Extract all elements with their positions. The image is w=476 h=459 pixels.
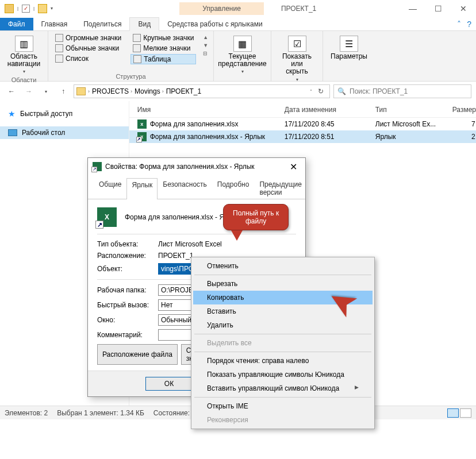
view-large-icon[interactable] [460, 408, 471, 418]
recent-dropdown[interactable]: ▾ [39, 84, 53, 98]
ctx-reconversion: Реконверсия [193, 413, 373, 427]
tab-home[interactable]: Главная [33, 18, 76, 30]
callout-text: Полный путь к [233, 209, 279, 217]
up-button[interactable]: ↑ [56, 84, 70, 98]
nav-desktop[interactable]: Рабочий стол [0, 126, 129, 139]
window-title: ПРОЕКТ_1 [281, 5, 316, 13]
layout-small[interactable]: Мелкие значки [130, 44, 196, 53]
label-hotkey: Быстрый вызов: [97, 301, 158, 309]
col-header-name[interactable]: Имя [129, 106, 285, 114]
status-count: Элементов: 2 [5, 409, 48, 417]
qat-divider: | [17, 6, 18, 11]
crumb-movings[interactable]: Movings [135, 87, 160, 95]
group-label-areas: Области [5, 76, 43, 84]
label-location: Расположение: [97, 252, 158, 260]
close-button[interactable]: ✕ [451, 0, 476, 17]
show-hide-button[interactable]: ☑ Показать или скрыть ▾ [276, 33, 318, 84]
ctx-insert-unicode[interactable]: Вставить управляющий символ Юникода▶ [193, 381, 373, 395]
annotation-callout: Полный путь к файлу [223, 204, 289, 241]
refresh-button[interactable]: ↻ [314, 87, 327, 95]
help-icon[interactable]: ? [467, 20, 471, 29]
search-box[interactable]: 🔍 Поиск: ПРОЕКТ_1 [333, 84, 471, 98]
layout-details[interactable]: Таблица [130, 54, 196, 64]
layout-expand[interactable]: ⊟ [203, 51, 208, 56]
tab-share[interactable]: Поделиться [75, 18, 129, 30]
qat-newfolder-icon[interactable] [38, 4, 47, 13]
shortcut-icon: x [137, 132, 147, 141]
tab-general[interactable]: Общие [94, 178, 126, 199]
file-row[interactable]: xФорма для заполнения.xlsx 17/11/2020 8:… [129, 118, 476, 130]
dialog-titlebar: Свойства: Форма для заполнения.xlsx - Яр… [88, 158, 305, 175]
maximize-button[interactable]: ☐ [425, 0, 451, 17]
excel-icon: x [137, 119, 147, 129]
label-type: Тип объекта: [97, 240, 158, 248]
options-button[interactable]: ☰ Параметры [328, 33, 370, 63]
tab-details[interactable]: Подробно [212, 178, 255, 199]
tab-view[interactable]: Вид [129, 17, 159, 31]
ribbon: ▥ Область навигации ▾ Области Огромные з… [0, 31, 476, 82]
explorer-icon [5, 4, 14, 13]
forward-button[interactable]: → [22, 84, 36, 98]
qat-divider: | [33, 6, 34, 11]
current-view-button[interactable]: ▦ Текущее представление ▾ [218, 33, 266, 76]
minimize-button[interactable]: — [400, 0, 425, 17]
file-row[interactable]: xФорма для заполнения.xlsx - Ярлык 17/11… [129, 130, 476, 143]
tab-shortcut-tools[interactable]: Средства работы с ярлыками [159, 18, 270, 30]
ctx-select-all: Выделить все [193, 336, 373, 350]
shortcut-large-icon: X [97, 207, 117, 227]
ok-button[interactable]: ОК [145, 377, 193, 391]
ctx-show-unicode[interactable]: Показать управляющие символы Юникода [193, 368, 373, 381]
status-selection: Выбран 1 элемент: 1.34 КБ [57, 409, 144, 417]
open-file-location-button[interactable]: Расположение файла [97, 344, 178, 365]
search-placeholder: Поиск: ПРОЕКТ_1 [350, 87, 408, 95]
qat-dropdown-icon[interactable]: ▾ [51, 6, 53, 11]
col-header-type[interactable]: Тип [375, 106, 452, 114]
tab-file[interactable]: Файл [0, 18, 33, 30]
ribbon-tabs: Файл Главная Поделиться Вид Средства раб… [0, 17, 476, 31]
layout-medium[interactable]: Обычные значки [53, 44, 124, 53]
layout-scroll-up[interactable]: ▲ [203, 34, 208, 40]
navigation-pane-button[interactable]: ▥ Область навигации ▾ [5, 33, 43, 76]
contextual-tab-label: Управление [179, 2, 264, 15]
ribbon-collapse-icon[interactable]: ˄ [457, 20, 461, 29]
breadcrumb[interactable]: › PROJECTS› Movings› ПРОЕКТ_1 ˅ ↻ [74, 84, 330, 98]
search-icon: 🔍 [337, 87, 346, 95]
title-bar: | ✓ | ▾ Управление ПРОЕКТ_1 — ☐ ✕ [0, 0, 476, 17]
submenu-arrow-icon: ▶ [355, 384, 359, 390]
address-bar: ← → ▾ ↑ › PROJECTS› Movings› ПРОЕКТ_1 ˅ … [0, 82, 476, 101]
layout-scroll-down[interactable]: ▼ [203, 43, 208, 48]
dialog-tabs: Общие Ярлык Безопасность Подробно Предыд… [88, 175, 305, 199]
layout-extralarge[interactable]: Огромные значки [53, 33, 124, 43]
quick-access-toolbar: | ✓ | ▾ [0, 4, 53, 13]
crumb-projects[interactable]: PROJECTS [92, 87, 129, 95]
layout-list[interactable]: Список [53, 54, 124, 63]
back-button[interactable]: ← [5, 84, 18, 98]
value-location: ПРОЕКТ_1 [158, 252, 193, 260]
label-workdir: Рабочая папка: [97, 286, 158, 294]
col-header-size[interactable]: Размер [452, 106, 476, 114]
folder-icon [76, 87, 86, 95]
group-label-layout: Структура [53, 73, 209, 81]
view-details-icon[interactable] [447, 408, 459, 418]
ctx-rtl-reading[interactable]: Порядок чтения: справа налево [193, 354, 373, 368]
crumb-project1[interactable]: ПРОЕКТ_1 [166, 87, 201, 95]
col-header-date[interactable]: Дата изменения [285, 106, 375, 114]
tab-shortcut[interactable]: Ярлык [126, 178, 158, 199]
ctx-open-ime[interactable]: Открыть IME [193, 399, 373, 413]
column-headers[interactable]: Имя Дата изменения Тип Размер [129, 101, 476, 118]
ctx-undo[interactable]: Отменить [193, 259, 373, 273]
breadcrumb-dropdown-icon[interactable]: ˅ [310, 89, 312, 94]
context-menu: Отменить Вырезать Копировать Вставить Уд… [191, 257, 375, 429]
layout-large[interactable]: Крупные значки [130, 33, 196, 43]
callout-text: файлу [233, 217, 279, 225]
label-comment: Комментарий: [97, 331, 158, 339]
dialog-title: Свойства: Форма для заполнения.xlsx - Яр… [105, 163, 255, 171]
label-window: Окно: [97, 316, 158, 324]
tab-previous-versions[interactable]: Предыдущие версии [254, 178, 307, 199]
value-type: Лист Microsoft Excel [158, 240, 222, 248]
star-icon: ★ [8, 109, 16, 118]
dialog-close-button[interactable]: ✕ [286, 161, 301, 172]
nav-quick-access[interactable]: ★ Быстрый доступ [0, 107, 129, 121]
tab-security[interactable]: Безопасность [158, 178, 212, 199]
qat-properties-icon[interactable]: ✓ [22, 5, 30, 13]
